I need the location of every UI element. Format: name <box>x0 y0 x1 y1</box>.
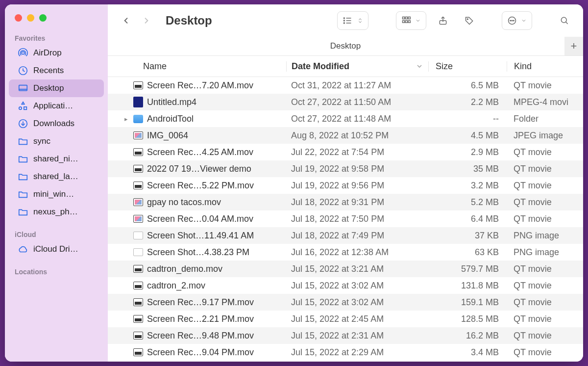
search-button[interactable] <box>555 11 574 30</box>
file-size: 579.7 MB <box>428 264 507 274</box>
sidebar-item-icloud-drive[interactable]: iCloud Dri… <box>9 240 104 258</box>
file-modified: Jul 15, 2022 at 2:31 AM <box>286 331 428 341</box>
column-header-kind[interactable]: Kind <box>507 61 583 72</box>
file-row[interactable]: Screen Rec…9.48 PM.movJul 15, 2022 at 2:… <box>108 327 583 344</box>
file-row[interactable]: gpay no tacos.movJul 18, 2022 at 9:31 PM… <box>108 194 583 210</box>
view-options-button[interactable] <box>337 11 368 30</box>
svg-rect-14 <box>405 17 407 19</box>
folder-icon <box>18 136 28 147</box>
file-name: cadtron_2.mov <box>147 281 205 291</box>
chevron-down-icon <box>415 16 421 26</box>
file-kind: QT movie <box>507 164 583 174</box>
file-row[interactable]: Screen Rec…7.20 AM.movOct 31, 2022 at 11… <box>108 77 583 94</box>
file-row[interactable]: ▸AndroidToolOct 27, 2022 at 11:48 AM--Fo… <box>108 110 583 127</box>
sidebar-item-recents[interactable]: Recents <box>9 62 104 79</box>
sidebar-item-mini-win-[interactable]: mini_win… <box>9 185 104 203</box>
group-by-button[interactable] <box>396 11 426 30</box>
file-size: 3.2 MB <box>428 181 507 191</box>
file-row[interactable]: Screen Rec…9.04 PM.movJul 15, 2022 at 2:… <box>108 344 583 361</box>
sidebar-item-shared-la-[interactable]: shared_la… <box>9 168 104 185</box>
file-row[interactable]: cadtron_demo.movJul 15, 2022 at 3:21 AM5… <box>108 261 583 277</box>
svg-point-0 <box>22 52 24 54</box>
tags-button[interactable] <box>460 11 479 30</box>
sidebar-item-desktop[interactable]: Desktop <box>9 79 104 97</box>
file-kind: QT movie <box>507 214 583 224</box>
file-list[interactable]: Screen Rec…7.20 AM.movOct 31, 2022 at 11… <box>108 77 583 362</box>
file-kind: QT movie <box>507 147 583 157</box>
finder-window: Favorites AirDropRecentsDesktopApplicati… <box>5 4 583 362</box>
folder-tab-label[interactable]: Desktop <box>330 41 361 51</box>
column-header-name[interactable]: Name <box>108 61 286 72</box>
file-name: Screen Shot…11.49.41 AM <box>147 231 254 241</box>
sidebar-item-nexus-ph-[interactable]: nexus_ph… <box>9 203 104 221</box>
share-button[interactable] <box>433 11 453 30</box>
file-kind: JPEG image <box>507 131 583 141</box>
file-modified: Jul 19, 2022 at 9:58 PM <box>286 164 428 174</box>
sidebar-item-label: Downloads <box>33 119 74 129</box>
file-icon <box>133 232 143 239</box>
file-name: Screen Rec…4.25 AM.mov <box>147 147 253 157</box>
svg-point-12 <box>343 23 344 24</box>
fullscreen-button[interactable] <box>39 14 47 22</box>
file-name: Screen Rec…5.22 PM.mov <box>147 181 254 191</box>
file-row[interactable]: Screen Rec…2.21 PM.movJul 15, 2022 at 2:… <box>108 311 583 327</box>
file-modified: Jul 19, 2022 at 9:56 PM <box>286 181 428 191</box>
file-row[interactable]: Screen Rec…5.22 PM.movJul 19, 2022 at 9:… <box>108 177 583 194</box>
file-row[interactable]: IMG_0064Aug 8, 2022 at 10:52 PM4.5 MBJPE… <box>108 127 583 144</box>
clock-icon <box>18 65 28 76</box>
file-size: 6.4 MB <box>428 214 507 224</box>
minimize-button[interactable] <box>27 14 34 22</box>
file-row[interactable]: Untitled.mp4Oct 27, 2022 at 11:50 AM2.2 … <box>108 94 583 110</box>
new-tab-button[interactable]: + <box>564 37 583 55</box>
search-icon <box>560 16 569 26</box>
sidebar-item-shared-ni-[interactable]: shared_ni… <box>9 150 104 168</box>
chevron-down-icon <box>521 16 527 26</box>
file-kind: QT movie <box>507 181 583 191</box>
sidebar-item-downloads[interactable]: Downloads <box>9 115 104 132</box>
list-icon <box>343 16 352 26</box>
file-icon <box>133 115 143 123</box>
column-header-size[interactable]: Size <box>428 61 507 72</box>
file-name: Screen Shot…4.38.23 PM <box>147 247 249 258</box>
sidebar-item-airdrop[interactable]: AirDrop <box>9 44 104 62</box>
file-modified: Jul 15, 2022 at 2:29 AM <box>286 347 428 358</box>
file-row[interactable]: Screen Rec…9.17 PM.movJul 15, 2022 at 3:… <box>108 294 583 311</box>
file-modified: Jul 16, 2022 at 12:38 AM <box>286 247 428 258</box>
file-size: -- <box>428 114 507 124</box>
chevron-down-icon <box>416 62 423 70</box>
sidebar-item-applicati-[interactable]: Applicati… <box>9 97 104 115</box>
file-icon <box>133 315 143 323</box>
file-row[interactable]: Screen Rec…0.04 AM.movJul 18, 2022 at 7:… <box>108 210 583 227</box>
sidebar-item-label: AirDrop <box>33 48 62 58</box>
column-header-modified[interactable]: Date Modified <box>286 61 428 72</box>
sidebar-item-label: sync <box>33 136 50 146</box>
file-icon <box>133 81 143 89</box>
file-icon <box>133 148 143 156</box>
file-modified: Jul 18, 2022 at 9:31 PM <box>286 197 428 208</box>
file-kind: QT movie <box>507 331 583 341</box>
sidebar-item-label: Applicati… <box>33 101 73 111</box>
folder-icon <box>18 154 28 164</box>
sidebar-item-sync[interactable]: sync <box>9 132 104 150</box>
svg-point-22 <box>510 20 511 21</box>
svg-rect-2 <box>19 85 27 91</box>
file-name: Screen Rec…9.17 PM.mov <box>147 297 254 308</box>
file-row[interactable]: Screen Rec…4.25 AM.movJul 22, 2022 at 7:… <box>108 144 583 160</box>
file-row[interactable]: Screen Shot…11.49.41 AMJul 18, 2022 at 7… <box>108 227 583 244</box>
svg-point-25 <box>561 17 566 23</box>
more-actions-button[interactable] <box>502 11 532 30</box>
file-row[interactable]: Screen Shot…4.38.23 PMJul 16, 2022 at 12… <box>108 244 583 261</box>
svg-rect-16 <box>403 21 405 23</box>
sidebar-section-locations: Locations <box>5 265 108 278</box>
file-modified: Jul 18, 2022 at 7:49 PM <box>286 231 428 241</box>
sidebar-item-label: shared_la… <box>33 172 78 182</box>
disclosure-triangle[interactable]: ▸ <box>122 115 129 123</box>
window-title: Desktop <box>166 14 212 27</box>
file-icon <box>133 97 143 107</box>
sidebar-item-label: nexus_ph… <box>33 207 78 217</box>
file-row[interactable]: cadtron_2.movJul 15, 2022 at 3:02 AM131.… <box>108 277 583 294</box>
file-row[interactable]: 2022 07 19…Viewer demoJul 19, 2022 at 9:… <box>108 160 583 177</box>
close-button[interactable] <box>15 14 22 22</box>
back-button[interactable] <box>117 12 136 29</box>
forward-button[interactable] <box>136 12 156 29</box>
